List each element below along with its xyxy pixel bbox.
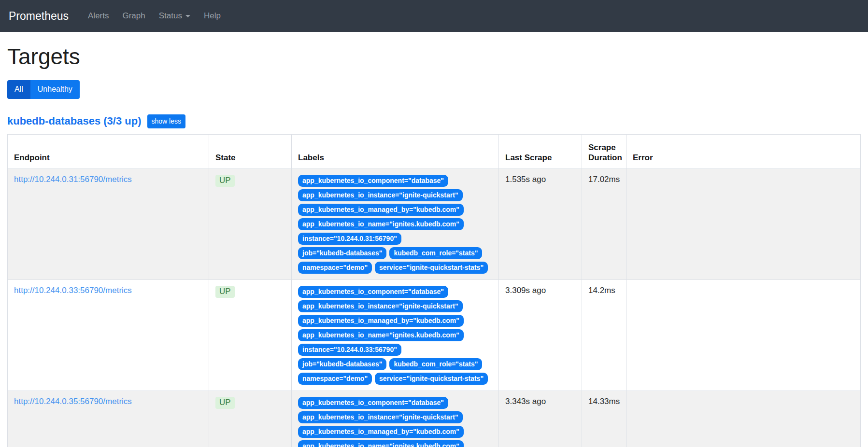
label-badge: app_kubernetes_io_component="database" [298,286,448,298]
state-cell: UP [209,391,292,447]
column-header-last-scrape: Last Scrape [499,135,582,169]
label-badge: job="kubedb-databases" [298,358,386,370]
label-badge: app_kubernetes_io_component="database" [298,175,448,187]
table-header-row: Endpoint State Labels Last Scrape Scrape… [8,135,861,169]
error-cell [626,169,861,280]
endpoint-cell: http://10.244.0.33:56790/metrics [8,280,209,391]
table-row: http://10.244.0.33:56790/metrics UP app_… [8,280,861,391]
label-badge: app_kubernetes_io_instance="ignite-quick… [298,411,463,423]
label-badge: app_kubernetes_io_instance="ignite-quick… [298,300,463,312]
column-header-state: State [209,135,292,169]
endpoint-link[interactable]: http://10.244.0.35:56790/metrics [14,397,132,406]
state-badge: UP [215,175,235,187]
endpoint-cell: http://10.244.0.35:56790/metrics [8,391,209,447]
nav-item-alerts[interactable]: Alerts [81,11,115,21]
brand-prometheus[interactable]: Prometheus [9,10,69,23]
nav-item-graph[interactable]: Graph [115,11,152,21]
show-less-button[interactable]: show less [147,114,185,128]
label-badge: app_kubernetes_io_name="ignites.kubedb.c… [298,440,464,447]
label-badge: service="ignite-quickstart-stats" [375,262,488,274]
state-cell: UP [209,280,292,391]
column-header-error: Error [626,135,861,169]
label-badge: instance="10.244.0.33:56790" [298,344,401,356]
column-header-endpoint: Endpoint [8,135,209,169]
labels-list: app_kubernetes_io_component="database"ap… [298,286,492,385]
label-badge: app_kubernetes_io_managed_by="kubedb.com… [298,426,464,438]
label-badge: app_kubernetes_io_managed_by="kubedb.com… [298,315,464,327]
labels-cell: app_kubernetes_io_component="database"ap… [292,391,499,447]
labels-list: app_kubernetes_io_component="database"ap… [298,175,492,274]
job-header: kubedb-databases (3/3 up) show less [7,114,861,128]
page-title: Targets [7,43,861,70]
label-badge: app_kubernetes_io_managed_by="kubedb.com… [298,204,464,216]
label-badge: namespace="demo" [298,262,372,274]
column-header-scrape-duration: Scrape Duration [582,135,626,169]
targets-table: Endpoint State Labels Last Scrape Scrape… [7,134,861,447]
navbar: Prometheus Alerts Graph Status Help [0,0,868,32]
label-badge: instance="10.244.0.31:56790" [298,233,401,245]
label-badge: app_kubernetes_io_component="database" [298,397,448,409]
nav-item-status-label: Status [159,11,182,21]
main-content: Targets All Unhealthy kubedb-databases (… [0,43,868,447]
filter-unhealthy-button[interactable]: Unhealthy [30,80,80,99]
scrape-duration-cell: 17.02ms [582,169,626,280]
nav-item-help[interactable]: Help [197,11,228,21]
last-scrape-cell: 1.535s ago [499,169,582,280]
table-row: http://10.244.0.35:56790/metrics UP app_… [8,391,861,447]
label-badge: kubedb_com_role="stats" [389,247,482,259]
label-badge: kubedb_com_role="stats" [389,358,482,370]
nav-item-alerts-label: Alerts [88,11,109,21]
last-scrape-cell: 3.309s ago [499,280,582,391]
label-badge: service="ignite-quickstart-stats" [375,373,488,385]
label-badge: app_kubernetes_io_name="ignites.kubedb.c… [298,218,464,230]
scrape-duration-cell: 14.2ms [582,280,626,391]
nav-item-status[interactable]: Status [152,11,197,21]
table-row: http://10.244.0.31:56790/metrics UP app_… [8,169,861,280]
label-badge: job="kubedb-databases" [298,247,386,259]
scrape-duration-cell: 14.33ms [582,391,626,447]
label-badge: app_kubernetes_io_name="ignites.kubedb.c… [298,329,464,341]
label-badge: namespace="demo" [298,373,372,385]
column-header-labels: Labels [292,135,499,169]
target-filter-group: All Unhealthy [7,80,80,99]
labels-cell: app_kubernetes_io_component="database"ap… [292,280,499,391]
filter-all-button[interactable]: All [7,80,30,99]
endpoint-cell: http://10.244.0.31:56790/metrics [8,169,209,280]
job-title: kubedb-databases (3/3 up) [7,115,142,127]
state-cell: UP [209,169,292,280]
labels-cell: app_kubernetes_io_component="database"ap… [292,169,499,280]
endpoint-link[interactable]: http://10.244.0.33:56790/metrics [14,286,132,295]
targets-table-body: http://10.244.0.31:56790/metrics UP app_… [8,169,861,447]
last-scrape-cell: 3.343s ago [499,391,582,447]
labels-list: app_kubernetes_io_component="database"ap… [298,397,492,447]
endpoint-link[interactable]: http://10.244.0.31:56790/metrics [14,175,132,184]
state-badge: UP [215,397,235,409]
error-cell [626,280,861,391]
error-cell [626,391,861,447]
label-badge: app_kubernetes_io_instance="ignite-quick… [298,189,463,201]
nav-item-help-label: Help [204,11,221,21]
nav-item-graph-label: Graph [122,11,145,21]
state-badge: UP [215,286,235,298]
chevron-down-icon [185,15,190,20]
